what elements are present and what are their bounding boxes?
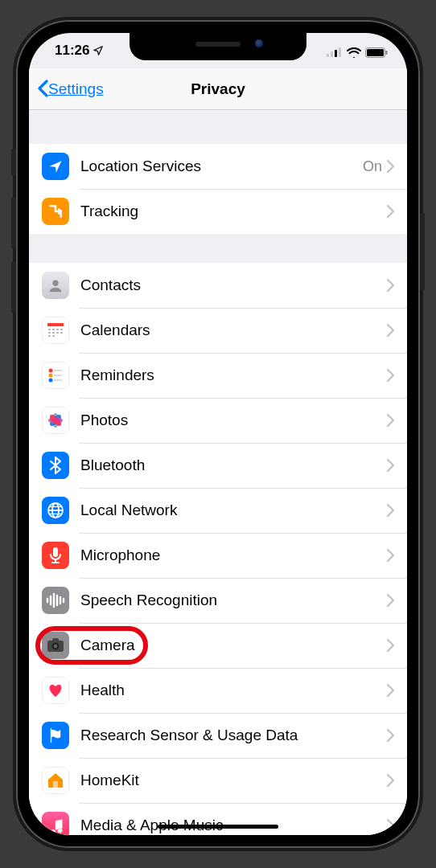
- svg-rect-11: [56, 329, 59, 330]
- svg-rect-8: [47, 323, 64, 326]
- chevron-right-icon: [387, 639, 394, 652]
- row-label: Research Sensor & Usage Data: [80, 727, 387, 744]
- chevron-right-icon: [387, 819, 394, 832]
- back-button[interactable]: Settings: [37, 77, 104, 101]
- row-local-network[interactable]: Local Network: [29, 488, 407, 533]
- chevron-right-icon: [387, 369, 394, 382]
- row-tracking[interactable]: Tracking: [29, 189, 407, 234]
- status-time: 11:26: [55, 43, 89, 59]
- row-reminders[interactable]: Reminders: [29, 353, 407, 398]
- bluetooth-icon: [42, 452, 69, 479]
- screen: 11:26: [29, 33, 407, 835]
- volume-down-button[interactable]: [11, 261, 16, 313]
- list-section: Contacts Calendars: [29, 263, 407, 835]
- svg-rect-16: [60, 332, 63, 334]
- svg-rect-20: [54, 370, 62, 371]
- chevron-right-icon: [387, 684, 394, 697]
- row-photos[interactable]: Photos: [29, 398, 407, 443]
- svg-rect-2: [335, 50, 337, 57]
- content[interactable]: Location Services On Tracking: [29, 110, 407, 835]
- chevron-right-icon: [387, 414, 394, 427]
- svg-rect-1: [331, 51, 333, 57]
- music-icon: [42, 812, 69, 835]
- contacts-icon: [42, 272, 69, 299]
- svg-rect-6: [386, 51, 388, 55]
- row-value: On: [363, 158, 382, 175]
- research-icon: [42, 722, 69, 749]
- row-health[interactable]: Health: [29, 668, 407, 713]
- chevron-left-icon: [37, 77, 48, 101]
- cell-signal-icon: [327, 47, 343, 57]
- svg-rect-24: [54, 379, 62, 381]
- svg-rect-38: [53, 547, 58, 557]
- volume-up-button[interactable]: [11, 197, 16, 248]
- svg-rect-51: [53, 781, 58, 788]
- chevron-right-icon: [387, 279, 394, 292]
- silent-switch[interactable]: [11, 149, 16, 176]
- chevron-right-icon: [387, 205, 394, 218]
- reminders-icon: [42, 362, 69, 389]
- row-research[interactable]: Research Sensor & Usage Data: [29, 713, 407, 758]
- row-contacts[interactable]: Contacts: [29, 263, 407, 308]
- row-label: Speech Recognition: [80, 592, 387, 609]
- svg-rect-48: [52, 638, 59, 642]
- svg-rect-15: [56, 332, 59, 334]
- row-speech-recognition[interactable]: Speech Recognition: [29, 578, 407, 623]
- calendar-icon: [42, 317, 69, 344]
- row-label: Health: [80, 682, 387, 699]
- wifi-icon: [347, 47, 361, 58]
- svg-point-50: [54, 645, 57, 648]
- list-section: Location Services On Tracking: [29, 144, 407, 234]
- row-label: Reminders: [80, 366, 387, 384]
- section-gap: [29, 110, 407, 144]
- svg-point-19: [49, 369, 53, 373]
- front-camera: [255, 39, 263, 47]
- svg-point-7: [52, 280, 58, 286]
- home-icon: [42, 767, 69, 794]
- chevron-right-icon: [387, 504, 394, 517]
- row-media-apple-music[interactable]: Media & Apple Music: [29, 803, 407, 835]
- chevron-right-icon: [387, 324, 394, 337]
- chevron-right-icon: [387, 459, 394, 472]
- row-label: HomeKit: [80, 772, 387, 789]
- network-icon: [42, 497, 69, 524]
- row-label: Bluetooth: [80, 457, 387, 474]
- row-label: Local Network: [80, 502, 387, 519]
- phone-frame: 11:26: [16, 20, 420, 848]
- svg-rect-12: [60, 329, 63, 330]
- svg-rect-3: [339, 47, 341, 57]
- row-camera[interactable]: Camera: [29, 623, 407, 668]
- home-indicator[interactable]: [158, 825, 278, 829]
- photos-icon: [42, 407, 69, 434]
- svg-point-23: [49, 379, 53, 383]
- row-label: Photos: [80, 411, 387, 429]
- row-label: Microphone: [80, 547, 387, 564]
- row-label: Location Services: [80, 158, 363, 175]
- back-label: Settings: [48, 80, 104, 98]
- svg-rect-5: [367, 49, 384, 56]
- svg-rect-17: [48, 335, 51, 337]
- microphone-icon: [42, 542, 69, 569]
- row-label: Calendars: [80, 321, 387, 339]
- chevron-right-icon: [387, 549, 394, 562]
- tracking-icon: [42, 198, 69, 225]
- row-calendars[interactable]: Calendars: [29, 308, 407, 353]
- chevron-right-icon: [387, 729, 394, 742]
- row-homekit[interactable]: HomeKit: [29, 758, 407, 803]
- heart-icon: [42, 677, 69, 704]
- battery-icon: [365, 47, 388, 58]
- nav-bar: Settings Privacy: [29, 68, 407, 110]
- location-arrow-icon: [42, 153, 69, 180]
- speaker: [195, 42, 241, 47]
- svg-rect-0: [327, 54, 329, 57]
- power-button[interactable]: [420, 213, 425, 290]
- row-label: Tracking: [80, 203, 387, 220]
- svg-rect-22: [54, 375, 62, 376]
- row-bluetooth[interactable]: Bluetooth: [29, 443, 407, 488]
- location-indicator-icon: [93, 45, 104, 56]
- chevron-right-icon: [387, 594, 394, 607]
- row-location-services[interactable]: Location Services On: [29, 144, 407, 189]
- svg-rect-18: [52, 335, 55, 337]
- row-microphone[interactable]: Microphone: [29, 533, 407, 578]
- waveform-icon: [42, 587, 69, 614]
